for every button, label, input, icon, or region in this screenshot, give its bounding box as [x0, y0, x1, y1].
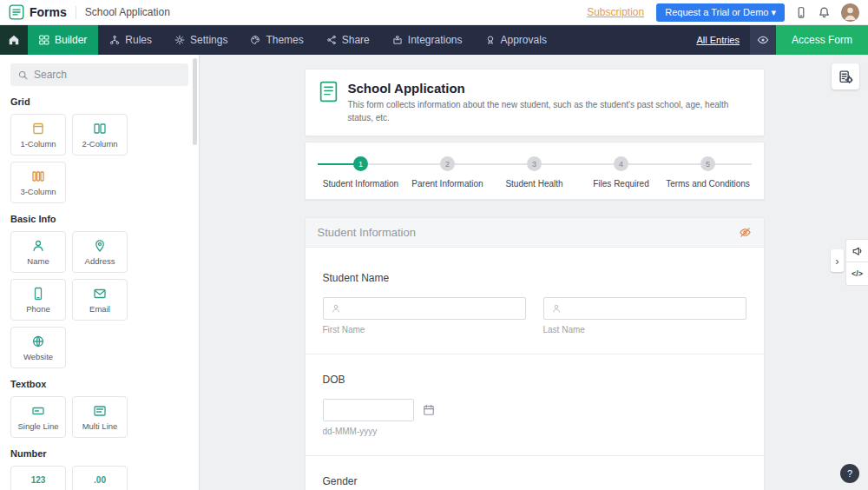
brand-name: Forms	[30, 5, 67, 19]
step-terms-and-conditions[interactable]: 5 Terms and Conditions	[665, 156, 752, 189]
tab-themes[interactable]: Themes	[239, 25, 314, 55]
search-input[interactable]	[34, 69, 181, 81]
first-name-input[interactable]	[346, 303, 518, 314]
field-card-single-line[interactable]: Single Line	[10, 396, 66, 438]
textbox-cards: Single Line Multi Line	[10, 396, 188, 438]
notifications-bell-icon[interactable]	[818, 6, 831, 19]
decimal-icon: .00	[94, 473, 106, 487]
section-body: Student Name First Name	[306, 248, 764, 490]
form-steps-card: 1 Student Information 2 Parent Informati…	[305, 142, 765, 200]
section-title-number: Number	[10, 448, 188, 459]
collapse-panel-tab[interactable]: ›	[831, 249, 844, 272]
fields-sidebar: Grid 1-Column 2-Column 3-Column Basic In…	[0, 55, 200, 490]
calendar-icon[interactable]	[423, 404, 435, 416]
question-mark-icon: ?	[847, 468, 852, 479]
dob-field[interactable]: DOB dd-MMM-yyyy	[323, 374, 746, 436]
field-card-phone[interactable]: Phone	[10, 279, 66, 321]
step-files-required[interactable]: 4 Files Required	[578, 156, 665, 189]
tab-builder-label: Builder	[55, 34, 87, 46]
field-card-multi-line[interactable]: Multi Line	[72, 396, 128, 438]
form-settings-button[interactable]	[832, 63, 859, 89]
field-card-name[interactable]: Name	[10, 231, 66, 273]
first-name-sublabel: First Name	[323, 325, 526, 334]
column-1-icon	[31, 122, 45, 136]
feedback-megaphone-button[interactable]	[845, 239, 868, 262]
divider	[76, 6, 76, 19]
search-box	[10, 63, 188, 86]
forms-logo-icon	[9, 4, 24, 20]
tab-builder[interactable]: Builder	[28, 25, 98, 55]
home-nav-button[interactable]	[0, 25, 28, 55]
all-entries-link[interactable]: All Entries	[696, 25, 740, 55]
field-divider	[306, 455, 764, 456]
gear-icon	[174, 35, 185, 45]
embed-code-button[interactable]: </>	[845, 262, 868, 286]
form-title-card[interactable]: School Application This form collects in…	[305, 69, 765, 136]
field-card-label: 1-Column	[20, 139, 56, 149]
form-title: School Application	[348, 81, 750, 96]
student-information-section: Student Information Student Name	[305, 217, 765, 490]
step-student-health[interactable]: 3 Student Health	[491, 156, 578, 189]
main-nav: Builder Rules Settings Themes Share Inte…	[0, 25, 868, 55]
tab-rules[interactable]: Rules	[98, 25, 163, 55]
approval-badge-icon	[485, 35, 496, 45]
access-form-button[interactable]: Access Form	[776, 25, 868, 55]
section-title-basic-info: Basic Info	[10, 214, 188, 224]
last-name-input[interactable]	[567, 303, 739, 314]
tab-rules-label: Rules	[125, 34, 152, 46]
subscription-link[interactable]: Subscription	[587, 6, 644, 18]
field-card-2-column[interactable]: 2-Column	[72, 114, 128, 156]
student-name-field[interactable]: Student Name First Name	[323, 272, 746, 334]
gender-field[interactable]: Gender Male Female	[323, 475, 746, 490]
field-card-website[interactable]: Website	[10, 327, 66, 368]
column-3-icon	[31, 169, 45, 183]
last-name-sublabel: Last Name	[543, 325, 746, 334]
person-icon	[551, 303, 562, 314]
field-card-email[interactable]: Email	[72, 279, 128, 321]
location-pin-icon	[93, 239, 107, 253]
user-avatar[interactable]	[841, 3, 859, 22]
share-icon	[326, 35, 337, 45]
field-card-3-column[interactable]: 3-Column	[10, 162, 66, 203]
document-title: School Application	[85, 6, 170, 18]
field-label: Student Name	[323, 272, 746, 284]
number-cards: 123 Number .00 Decimal ƒx Formula Curren…	[10, 466, 188, 490]
step-label: Files Required	[593, 179, 648, 189]
step-label: Student Health	[505, 179, 562, 189]
step-label: Student Information	[323, 179, 398, 189]
step-parent-information[interactable]: 2 Parent Information	[404, 156, 491, 189]
field-card-1-column[interactable]: 1-Column	[10, 114, 66, 156]
field-card-address[interactable]: Address	[72, 231, 128, 273]
puzzle-icon	[392, 35, 403, 45]
field-card-label: Website	[23, 352, 53, 361]
tab-settings[interactable]: Settings	[163, 25, 239, 55]
mobile-phone-icon[interactable]	[795, 6, 807, 19]
step-number: 3	[527, 156, 542, 171]
step-number: 4	[614, 156, 628, 171]
preview-eye-button[interactable]	[750, 25, 776, 55]
mobile-phone-icon	[31, 287, 45, 301]
sidebar-scrollbar[interactable]	[193, 58, 197, 145]
field-divider	[306, 354, 764, 354]
globe-icon	[31, 334, 45, 348]
code-icon: </>	[852, 269, 863, 278]
search-icon	[17, 70, 29, 81]
hidden-eye-icon[interactable]	[739, 226, 752, 239]
field-card-number[interactable]: 123 Number	[10, 466, 66, 490]
step-label: Terms and Conditions	[666, 179, 750, 189]
tab-integrations[interactable]: Integrations	[381, 25, 474, 55]
section-title-textbox: Textbox	[10, 379, 188, 389]
help-button[interactable]: ?	[840, 464, 859, 483]
grid-cards: 1-Column 2-Column 3-Column	[10, 114, 188, 203]
dob-input[interactable]	[331, 405, 406, 415]
person-icon	[331, 303, 341, 314]
dob-format-hint: dd-MMM-yyyy	[323, 427, 746, 436]
step-student-information[interactable]: 1 Student Information	[318, 156, 404, 189]
request-trial-button[interactable]: Request a Trial or Demo ▾	[656, 3, 785, 22]
field-card-decimal[interactable]: .00 Decimal	[72, 466, 128, 490]
dob-inputbox	[323, 399, 414, 421]
tab-approvals[interactable]: Approvals	[474, 25, 558, 55]
rules-branch-icon	[109, 35, 120, 45]
envelope-icon	[93, 287, 107, 301]
tab-share[interactable]: Share	[315, 25, 381, 55]
